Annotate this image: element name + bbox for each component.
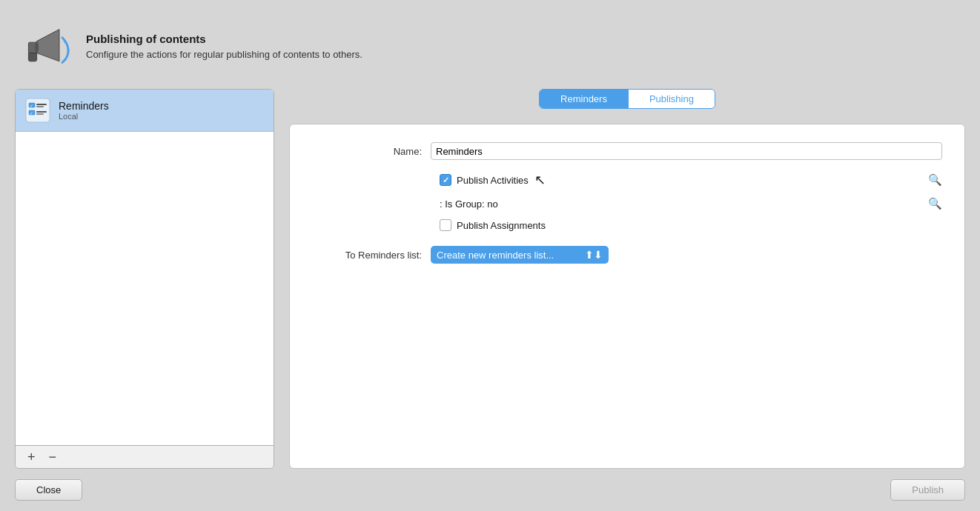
publish-button[interactable]: Publish xyxy=(890,479,965,501)
svg-rect-7 xyxy=(36,104,47,105)
publish-assignments-row: Publish Assignments xyxy=(440,219,942,231)
cursor-indicator: ↖ xyxy=(534,172,546,188)
list-item-text: Reminders Local xyxy=(59,100,109,121)
tab-publishing[interactable]: Publishing xyxy=(629,90,715,108)
svg-marker-2 xyxy=(37,30,59,61)
tab-group: Reminders Publishing xyxy=(539,89,715,109)
tab-bar: Reminders Publishing xyxy=(289,89,965,109)
publish-activities-label: Publish Activities xyxy=(457,175,529,186)
publish-assignments-label: Publish Assignments xyxy=(457,220,546,231)
publish-activities-row: Publish Activities ↖ 🔍 xyxy=(440,172,942,188)
megaphone-icon xyxy=(15,16,74,76)
header-title: Publishing of contents xyxy=(86,33,362,45)
header: Publishing of contents Configure the act… xyxy=(0,0,980,89)
svg-rect-8 xyxy=(36,106,44,107)
reminders-list-dropdown[interactable]: Create new reminders list... ⬆⬇ xyxy=(431,246,609,264)
list-item-sub: Local xyxy=(59,112,109,121)
publish-assignments-inner: Publish Assignments xyxy=(440,219,942,231)
right-panel: Reminders Publishing Name: Publish Activ… xyxy=(274,89,965,469)
list-footer: + − xyxy=(16,445,274,468)
is-group-row: : Is Group: no 🔍 xyxy=(440,197,942,210)
list-body xyxy=(16,132,274,445)
bottom-bar: Close Publish xyxy=(0,469,980,511)
svg-point-3 xyxy=(35,41,39,53)
svg-text:✓: ✓ xyxy=(30,111,33,116)
list-item-icon: ✓ ✓ xyxy=(24,97,51,124)
publish-activities-inner: Publish Activities ↖ 🔍 xyxy=(440,172,942,188)
add-item-button[interactable]: + xyxy=(26,450,37,464)
to-reminders-label: To Reminders list: xyxy=(312,250,431,261)
main-content: ✓ ✓ Reminders Local + − Reminders xyxy=(0,89,980,469)
header-icon xyxy=(15,16,74,76)
header-subtitle: Configure the actions for regular publis… xyxy=(86,49,362,60)
header-text: Publishing of contents Configure the act… xyxy=(86,33,362,60)
publish-activities-checkbox[interactable] xyxy=(440,174,451,186)
search-icon-activities[interactable]: 🔍 xyxy=(928,173,942,187)
publish-assignments-checkbox[interactable] xyxy=(440,219,451,231)
remove-item-button[interactable]: − xyxy=(47,450,59,464)
name-row: Name: xyxy=(312,142,942,160)
left-panel: ✓ ✓ Reminders Local + − xyxy=(15,89,274,469)
tab-reminders[interactable]: Reminders xyxy=(540,90,629,108)
search-icon-group[interactable]: 🔍 xyxy=(928,197,942,210)
dropdown-value: Create new reminders list... xyxy=(437,250,554,261)
form-area: Name: Publish Activities ↖ 🔍 : Is Group:… xyxy=(289,124,965,469)
svg-text:✓: ✓ xyxy=(30,104,33,108)
name-input[interactable] xyxy=(431,142,942,160)
svg-rect-11 xyxy=(36,111,47,113)
close-button[interactable]: Close xyxy=(15,479,82,501)
is-group-text: : Is Group: no xyxy=(440,198,928,210)
list-item-name: Reminders xyxy=(59,100,109,112)
svg-rect-12 xyxy=(36,113,44,115)
reminders-list-item[interactable]: ✓ ✓ Reminders Local xyxy=(16,90,274,132)
to-reminders-row: To Reminders list: Create new reminders … xyxy=(312,246,942,264)
name-label: Name: xyxy=(312,146,431,157)
dropdown-arrows-icon: ⬆⬇ xyxy=(585,249,603,261)
